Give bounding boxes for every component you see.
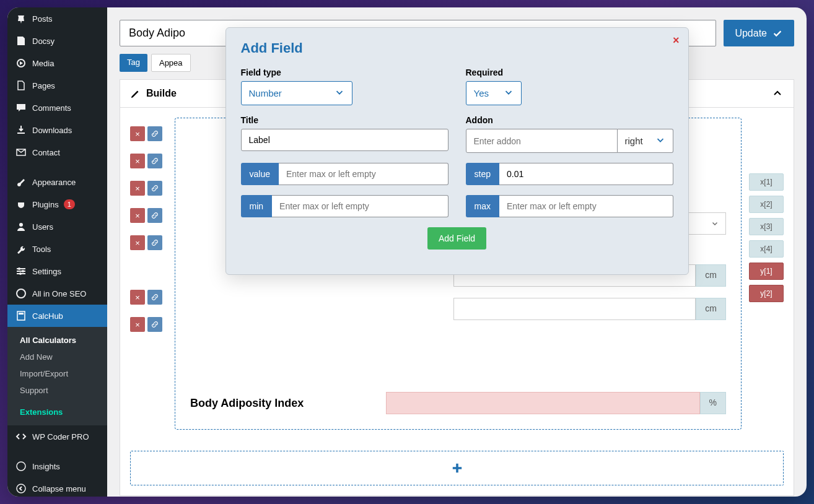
submenu-import-export[interactable]: Import/Export: [7, 365, 107, 382]
max-input[interactable]: [499, 195, 673, 217]
chevron-up-icon[interactable]: [771, 87, 784, 100]
sidebar-item-downloads[interactable]: Downloads: [7, 119, 107, 141]
main-content: Update Tag Appea Builde × × × × × × ×: [107, 7, 807, 497]
min-input[interactable]: [272, 195, 448, 217]
close-icon[interactable]: ×: [673, 34, 680, 47]
max-prefix: max: [466, 195, 499, 217]
admin-sidebar: Posts Docsy Media Pages Comments Downloa…: [7, 7, 107, 497]
pages-icon: [15, 79, 27, 92]
svg-point-8: [17, 462, 25, 471]
add-field-modal: × Add Field Field type Number Required Y…: [225, 27, 689, 275]
addon-position-select[interactable]: right: [618, 129, 673, 153]
sidebar-item-seo[interactable]: All in One SEO: [7, 282, 107, 305]
sidebar-item-pages[interactable]: Pages: [7, 74, 107, 97]
submenu-extensions[interactable]: Extensions: [7, 404, 107, 420]
result-output: [386, 392, 700, 414]
step-input[interactable]: [499, 163, 673, 185]
plus-icon: [450, 461, 465, 476]
value-prefix: value: [241, 163, 279, 185]
sidebar-item-comments[interactable]: Comments: [7, 97, 107, 119]
sidebar-item-docsy[interactable]: Docsy: [7, 30, 107, 52]
svg-point-3: [22, 270, 24, 272]
sidebar-item-media[interactable]: Media: [7, 52, 107, 74]
unit-addon: %: [700, 392, 726, 414]
link-row-button[interactable]: [147, 181, 162, 196]
calc-icon: [15, 310, 27, 322]
var-x1[interactable]: x[1]: [749, 173, 784, 191]
check-icon: [772, 28, 783, 39]
var-y2[interactable]: y[2]: [749, 285, 784, 302]
calchub-submenu: All Calculators Add New Import/Export Su…: [7, 327, 107, 425]
title-input[interactable]: [241, 129, 449, 151]
plug-icon: [15, 198, 27, 211]
insights-icon: [15, 460, 27, 472]
update-button[interactable]: Update: [724, 20, 794, 46]
svg-rect-7: [19, 313, 24, 315]
link-row-button[interactable]: [147, 126, 162, 141]
svg-point-9: [17, 484, 25, 493]
link-row-button[interactable]: [147, 154, 162, 168]
svg-point-2: [18, 267, 20, 270]
comment-icon: [15, 102, 27, 114]
delete-row-button[interactable]: ×: [130, 154, 145, 168]
delete-row-button[interactable]: ×: [130, 126, 145, 141]
step-prefix: step: [466, 163, 499, 185]
brush-icon: [15, 176, 27, 188]
link-row-button[interactable]: [147, 208, 162, 223]
svg-point-5: [17, 289, 25, 298]
pencil-icon: [130, 88, 141, 99]
link-row-button[interactable]: [147, 235, 162, 250]
sidebar-item-collapse[interactable]: Collapse menu: [7, 477, 107, 497]
mail-icon: [15, 146, 27, 159]
plugin-badge: 1: [64, 199, 75, 209]
delete-row-button[interactable]: ×: [130, 290, 145, 305]
seo-icon: [15, 287, 27, 300]
user-icon: [15, 220, 27, 233]
submenu-support[interactable]: Support: [7, 382, 107, 399]
var-x4[interactable]: x[4]: [749, 240, 784, 258]
delete-row-button[interactable]: ×: [130, 235, 145, 250]
var-x3[interactable]: x[3]: [749, 218, 784, 235]
media-icon: [15, 57, 27, 69]
sidebar-item-settings[interactable]: Settings: [7, 260, 107, 282]
sidebar-item-wpcoder[interactable]: WP Coder PRO: [7, 425, 107, 448]
min-prefix: min: [241, 195, 273, 217]
field-type-label: Field type: [241, 67, 449, 77]
link-row-button[interactable]: [147, 290, 162, 305]
delete-row-button[interactable]: ×: [130, 208, 145, 223]
sidebar-item-appearance[interactable]: Appearance: [7, 171, 107, 193]
add-section-button[interactable]: [130, 451, 784, 485]
link-row-button[interactable]: [147, 317, 162, 332]
tab-appearance[interactable]: Appea: [151, 54, 191, 72]
addon-input[interactable]: [466, 129, 618, 153]
collapse-icon: [15, 482, 27, 495]
sidebar-item-tools[interactable]: Tools: [7, 238, 107, 260]
submenu-add-new[interactable]: Add New: [7, 349, 107, 365]
sidebar-item-calchub[interactable]: CalcHub: [7, 305, 107, 327]
modal-title: Add Field: [241, 40, 673, 56]
svg-point-4: [19, 272, 22, 275]
unit-addon: cm: [696, 264, 726, 287]
add-field-submit-button[interactable]: Add Field: [427, 227, 486, 250]
delete-row-button[interactable]: ×: [130, 181, 145, 196]
required-label: Required: [466, 67, 673, 77]
delete-row-button[interactable]: ×: [130, 317, 145, 332]
field-type-select[interactable]: Number: [241, 81, 352, 105]
pin-icon: [15, 12, 27, 25]
var-y1[interactable]: y[1]: [749, 263, 784, 280]
sidebar-item-plugins[interactable]: Plugins 1: [7, 193, 107, 215]
addon-label: Addon: [466, 115, 673, 125]
sidebar-item-users[interactable]: Users: [7, 215, 107, 238]
required-select[interactable]: Yes: [466, 81, 522, 105]
svg-point-1: [19, 223, 23, 227]
submenu-all-calculators[interactable]: All Calculators: [7, 332, 107, 349]
unit-addon: cm: [696, 298, 726, 320]
value-input[interactable]: [279, 163, 449, 185]
sidebar-item-posts[interactable]: Posts: [7, 7, 107, 30]
wrench-icon: [15, 243, 27, 255]
tab-tag[interactable]: Tag: [120, 54, 147, 72]
chevron-down-icon[interactable]: [711, 219, 719, 228]
sidebar-item-contact[interactable]: Contact: [7, 141, 107, 163]
var-x2[interactable]: x[2]: [749, 196, 784, 213]
sidebar-item-insights[interactable]: Insights: [7, 455, 107, 477]
